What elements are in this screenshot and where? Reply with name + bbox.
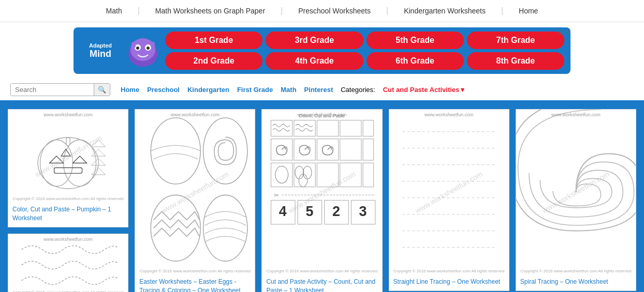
search-form: 🔍 xyxy=(10,83,110,96)
grade-3-button[interactable]: 3rd Grade xyxy=(266,32,363,49)
nav-preschool[interactable]: Preschool Worksheets xyxy=(298,7,371,15)
worksheets-grid: www.worksheetfun.com xyxy=(8,109,636,292)
categories-link[interactable]: Cut and Paste Activities ▾ xyxy=(383,86,465,94)
sec-nav-first-grade[interactable]: First Grade xyxy=(237,86,273,94)
sec-nav-home[interactable]: Home xyxy=(121,86,139,94)
watermark-pumpkin: www.worksheetfun.com xyxy=(8,112,128,117)
sec-nav-pinterest[interactable]: Pinterest xyxy=(304,86,333,94)
worksheet-img-tracing[interactable]: www.worksheetfun.com Copyright © 2016 ww… xyxy=(8,234,128,292)
watermark-tracing: www.worksheetfun.com xyxy=(8,237,128,242)
ad-banner: Adapted Mind 1st Grade 3rd Grade 5th Gra… xyxy=(0,22,644,79)
svg-rect-43 xyxy=(363,163,374,187)
worksheet-card-easter: www.worksheetfun.com xyxy=(135,109,255,292)
worksheet-link-easter[interactable]: Easter Worksheets – Easter Eggs - Tracin… xyxy=(139,278,240,292)
svg-point-5 xyxy=(147,47,150,50)
watermark-count: www.worksheetfun.com xyxy=(262,112,382,117)
grade-4-button[interactable]: 4th Grade xyxy=(266,52,363,70)
svg-rect-33 xyxy=(340,139,361,160)
worksheet-img-easter[interactable]: www.worksheetfun.com xyxy=(135,110,255,275)
svg-marker-16 xyxy=(92,140,106,147)
copyright-spiral: Copyright © 2016 www.worksheetfun.com Al… xyxy=(516,269,636,273)
search-input[interactable] xyxy=(11,84,94,96)
worksheet-label-pumpkin: Color, Cut and Paste – Pumpkin – 1 Works… xyxy=(8,203,128,227)
grade-2-button[interactable]: 2nd Grade xyxy=(165,52,262,70)
sec-nav-kindergarten[interactable]: Kindergarten xyxy=(187,86,229,94)
worksheet-col-5: www.worksheetfun.com Copyright © 2016 ww… xyxy=(516,109,636,292)
grade-7-button[interactable]: 7th Grade xyxy=(467,32,564,49)
worksheet-card-pumpkin: www.worksheetfun.com xyxy=(8,109,128,227)
worksheet-link-straight[interactable]: Straight Line Tracing – One Worksheet xyxy=(393,278,501,285)
svg-rect-42 xyxy=(340,163,361,187)
nav-graph-paper[interactable]: Math Worksheets on Graph Paper xyxy=(155,7,265,15)
svg-marker-19 xyxy=(92,168,106,175)
categories-chevron-icon: ▾ xyxy=(461,86,464,94)
copyright-easter: Copyright © 2016 www.worksheetfun.com Al… xyxy=(135,269,255,273)
worksheet-col-3: www.worksheetfun.com Count, Cut and Past… xyxy=(261,109,382,292)
nav-home[interactable]: Home xyxy=(519,7,538,15)
svg-point-20 xyxy=(151,118,200,184)
grade-1-button[interactable]: 1st Grade xyxy=(165,32,262,49)
search-button[interactable]: 🔍 xyxy=(94,84,110,96)
copyright-pumpkin: Copyright © 2016 www.worksheetfun.com Al… xyxy=(8,196,128,201)
watermark-easter: www.worksheetfun.com xyxy=(135,112,255,117)
ad-grades-grid: 1st Grade 3rd Grade 5th Grade 7th Grade … xyxy=(165,32,564,70)
svg-text:✂: ✂ xyxy=(274,192,279,199)
secondary-navigation: 🔍 Home Preschool Kindergarten First Grad… xyxy=(0,79,644,101)
grade-5-button[interactable]: 5th Grade xyxy=(367,32,464,49)
grade-8-button[interactable]: 8th Grade xyxy=(467,52,564,70)
ad-close-button[interactable]: ⓘ ✕ xyxy=(558,28,569,36)
svg-rect-6 xyxy=(131,42,136,48)
svg-point-36 xyxy=(275,166,288,183)
copyright-tracing: Copyright © 2016 www.worksheetfun.com Al… xyxy=(8,290,128,292)
svg-text:5: 5 xyxy=(306,204,314,219)
svg-rect-34 xyxy=(363,139,374,160)
worksheet-card-count: www.worksheetfun.com Count, Cut and Past… xyxy=(261,109,382,292)
nav-separator-1: | xyxy=(138,6,140,16)
ad-logo: Adapted Mind xyxy=(80,42,121,59)
nav-separator-2: | xyxy=(281,6,283,16)
categories-link-text: Cut and Paste Activities xyxy=(383,86,460,94)
svg-point-8 xyxy=(38,137,98,189)
worksheet-label-easter: Easter Worksheets – Easter Eggs - Tracin… xyxy=(135,275,255,292)
svg-marker-13 xyxy=(50,156,64,163)
nav-separator-4: | xyxy=(501,6,503,16)
worksheet-col-2: www.worksheetfun.com xyxy=(135,109,255,292)
worksheet-img-spiral[interactable]: www.worksheetfun.com Copyright © 2016 ww… xyxy=(516,110,636,275)
ad-monster-illustration xyxy=(126,34,160,68)
svg-point-1 xyxy=(130,38,155,61)
sec-nav-math[interactable]: Math xyxy=(281,86,296,94)
svg-rect-28 xyxy=(340,120,361,136)
svg-rect-26 xyxy=(294,120,315,136)
svg-point-22 xyxy=(151,195,200,261)
main-content: www.worksheetfun.com xyxy=(0,101,644,292)
worksheet-card-straight: www.worksheetfun.com Copyright © 2016 ww… xyxy=(389,109,509,291)
worksheet-col-1: www.worksheetfun.com xyxy=(8,109,128,292)
nav-math[interactable]: Math xyxy=(106,7,122,15)
svg-rect-37 xyxy=(294,163,315,187)
worksheet-label-spiral: Spiral Tracing – One Worksheet xyxy=(516,275,636,290)
grade-6-button[interactable]: 6th Grade xyxy=(367,52,464,70)
worksheet-link-count[interactable]: Cut and Paste Activity – Count, Cut and … xyxy=(266,278,375,292)
top-navigation: Math | Math Worksheets on Graph Paper | … xyxy=(0,0,644,22)
worksheet-link-spiral[interactable]: Spiral Tracing – One Worksheet xyxy=(520,278,608,285)
svg-point-21 xyxy=(203,118,247,184)
worksheet-link-pumpkin[interactable]: Color, Cut and Paste – Pumpkin – 1 Works… xyxy=(12,206,111,222)
watermark-spiral: www.worksheetfun.com xyxy=(516,112,636,117)
svg-rect-25 xyxy=(271,120,292,136)
sec-nav-preschool[interactable]: Preschool xyxy=(147,86,180,94)
copyright-count: Copyright © 2016 www.worksheetfun.com Al… xyxy=(262,269,382,273)
nav-separator-3: | xyxy=(386,6,388,16)
svg-text:3: 3 xyxy=(359,204,367,219)
svg-rect-7 xyxy=(151,42,155,48)
worksheet-img-straight[interactable]: www.worksheetfun.com Copyright © 2016 ww… xyxy=(389,110,509,275)
watermark-straight: www.worksheetfun.com xyxy=(389,112,509,117)
svg-text:4: 4 xyxy=(279,204,287,219)
svg-point-4 xyxy=(136,47,139,50)
worksheet-img-count[interactable]: www.worksheetfun.com Count, Cut and Past… xyxy=(262,110,382,275)
worksheet-img-pumpkin[interactable]: www.worksheetfun.com xyxy=(8,110,128,203)
worksheet-card-tracing: www.worksheetfun.com Copyright © 2016 ww… xyxy=(8,234,128,292)
worksheet-col-4: www.worksheetfun.com Copyright © 2016 ww… xyxy=(389,109,509,292)
svg-rect-29 xyxy=(363,120,374,136)
nav-kindergarten[interactable]: Kindergarten Worksheets xyxy=(404,7,486,15)
svg-point-39 xyxy=(303,166,312,179)
